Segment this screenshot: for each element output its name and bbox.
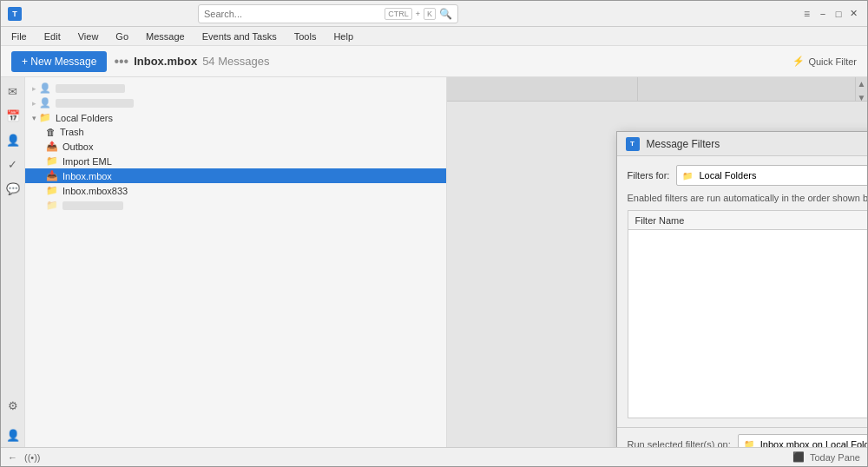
folder-account-2[interactable]: ▸ 👤 bbox=[25, 95, 446, 110]
dialog-body: Filters for: 📁 Local Folders ▾ 🔍 bbox=[617, 156, 868, 427]
run-target-label: Inbox.mbox on Local Folders bbox=[760, 439, 867, 448]
shortcut-plus: + bbox=[416, 10, 420, 18]
blurred-folder-icon: 📁 bbox=[46, 200, 58, 211]
menu-message[interactable]: Message bbox=[142, 30, 188, 43]
folder-trash[interactable]: 🗑 Trash bbox=[25, 125, 446, 139]
inbox-mbox833-label: Inbox.mbox833 bbox=[62, 186, 128, 196]
info-row: Enabled filters are run automatically in… bbox=[628, 193, 868, 203]
folder-dropdown-icon: 📁 bbox=[682, 171, 693, 181]
folder-account-1[interactable]: ▸ 👤 bbox=[25, 81, 446, 95]
inbox-mbox833-icon: 📁 bbox=[46, 185, 58, 196]
inbox-mbox-icon: 📥 bbox=[46, 170, 58, 181]
maximize-button[interactable]: □ bbox=[832, 8, 845, 20]
status-bar-right: ⬛ Today Pane bbox=[792, 451, 860, 463]
run-target-dropdown[interactable]: 📁 Inbox.mbox on Local Folders ▾ bbox=[738, 434, 867, 448]
account1-label bbox=[56, 84, 125, 93]
search-icon: 🔍 bbox=[439, 8, 452, 20]
filters-for-dropdown[interactable]: 📁 Local Folders ▾ bbox=[676, 165, 867, 186]
menu-help[interactable]: Help bbox=[330, 30, 357, 43]
today-pane-icon: ⬛ bbox=[792, 451, 805, 463]
search-input[interactable] bbox=[204, 9, 381, 19]
expand-arrow-account1: ▸ bbox=[32, 84, 36, 93]
folder-import-eml[interactable]: 📁 Import EML bbox=[25, 154, 446, 168]
sidebar-icon-chat[interactable]: 💬 bbox=[4, 180, 22, 197]
toolbar-dots[interactable]: ••• bbox=[114, 54, 128, 69]
title-bar: T CTRL + K 🔍 ≡ − □ ✕ bbox=[1, 1, 867, 27]
sidebar-icon-calendar[interactable]: 📅 bbox=[4, 107, 22, 124]
menu-events[interactable]: Events and Tasks bbox=[199, 30, 280, 43]
menu-go[interactable]: Go bbox=[112, 30, 132, 43]
shortcut-k: K bbox=[424, 8, 436, 20]
today-pane-label[interactable]: Today Pane bbox=[810, 452, 860, 463]
search-box[interactable]: CTRL + K 🔍 bbox=[198, 4, 458, 23]
folder-tree: ▸ 👤 ▸ 👤 ▾ 📁 Local Folders 🗑 Trash bbox=[25, 77, 447, 447]
dialog-title-bar: T Message Filters − □ ✕ bbox=[617, 132, 868, 156]
menu-file[interactable]: File bbox=[8, 30, 30, 43]
message-filters-dialog: T Message Filters − □ ✕ Filters for: 📁 bbox=[616, 131, 868, 447]
col-filter-name: Filter Name bbox=[628, 215, 868, 226]
sidebar-icon-tasks[interactable]: ✓ bbox=[4, 155, 22, 173]
local-folders-icon: 📁 bbox=[39, 112, 51, 123]
folder-outbox[interactable]: 📤 Outbox bbox=[25, 139, 446, 154]
hamburger-icon[interactable]: ≡ bbox=[804, 8, 810, 20]
filter-table-header: Filter Name Enabled bbox=[628, 211, 868, 230]
trash-label: Trash bbox=[60, 127, 84, 137]
app-logo: T bbox=[8, 7, 22, 21]
status-bar: ← ((•)) ⬛ Today Pane bbox=[1, 447, 867, 466]
blurred-folder-label bbox=[62, 201, 123, 210]
new-message-button[interactable]: + New Message bbox=[11, 51, 107, 72]
info-text: Enabled filters are run automatically in… bbox=[628, 193, 868, 203]
dialog-logo: T bbox=[626, 137, 640, 151]
import-eml-icon: 📁 bbox=[46, 155, 58, 167]
close-button[interactable]: ✕ bbox=[848, 8, 860, 20]
filter-table: Filter Name Enabled bbox=[628, 210, 868, 418]
menu-bar: File Edit View Go Message Events and Tas… bbox=[1, 27, 867, 46]
message-count: 54 Messages bbox=[202, 55, 269, 68]
folder-blurred[interactable]: 📁 bbox=[25, 198, 446, 213]
account2-icon: 👤 bbox=[39, 97, 51, 109]
trash-icon: 🗑 bbox=[46, 127, 56, 137]
filters-for-label: Filters for: bbox=[628, 170, 670, 181]
dialog-footer: Run selected filter(s) on: 📁 Inbox.mbox … bbox=[617, 427, 868, 447]
dialog-title: Message Filters bbox=[647, 138, 868, 150]
content-area: ▲ ▼ T Message Filters − □ ✕ bbox=[447, 77, 868, 447]
status-back-icon[interactable]: ← bbox=[8, 452, 17, 463]
account1-icon: 👤 bbox=[39, 82, 51, 94]
quick-filter-label: Quick Filter bbox=[808, 56, 857, 67]
filter-table-area: Filter Name Enabled New... ▾ Edit... bbox=[628, 210, 868, 418]
menu-edit[interactable]: Edit bbox=[41, 30, 64, 43]
filters-for-row: Filters for: 📁 Local Folders ▾ 🔍 bbox=[628, 165, 868, 186]
outbox-label: Outbox bbox=[62, 141, 93, 152]
folder-inbox-mbox[interactable]: 📥 Inbox.mbox bbox=[25, 168, 446, 183]
main-content: ✉ 📅 👤 ✓ 💬 ⚙ 👤 ▸ 👤 ▸ 👤 ▾ bbox=[1, 77, 867, 447]
shortcut-ctrl: CTRL bbox=[385, 8, 412, 20]
outbox-icon: 📤 bbox=[46, 141, 58, 152]
menu-view[interactable]: View bbox=[75, 30, 102, 43]
inbox-label: Inbox.mbox bbox=[134, 55, 197, 68]
inbox-mbox-label: Inbox.mbox bbox=[62, 171, 112, 181]
import-eml-label: Import EML bbox=[62, 156, 112, 167]
account2-label bbox=[56, 99, 134, 108]
sidebar-icon-settings[interactable]: ⚙ bbox=[4, 397, 22, 414]
toolbar: + New Message ••• Inbox.mbox 54 Messages… bbox=[1, 46, 867, 77]
sidebar-icon-contacts[interactable]: 👤 bbox=[4, 131, 22, 148]
run-target-icon: 📁 bbox=[744, 439, 754, 447]
sidebar-icon-strip: ✉ 📅 👤 ✓ 💬 ⚙ 👤 bbox=[1, 77, 25, 447]
app-window: T CTRL + K 🔍 ≡ − □ ✕ File Edit View Go M… bbox=[0, 0, 868, 467]
status-radio-icon[interactable]: ((•)) bbox=[24, 452, 41, 463]
expand-arrow-local: ▾ bbox=[32, 114, 36, 122]
quick-filter-button[interactable]: ⚡ Quick Filter bbox=[792, 56, 857, 67]
filter-table-body bbox=[628, 230, 868, 418]
toolbar-title: ••• Inbox.mbox 54 Messages bbox=[114, 54, 786, 69]
local-folders-label: Local Folders bbox=[56, 113, 113, 123]
folder-inbox-mbox833[interactable]: 📁 Inbox.mbox833 bbox=[25, 183, 446, 198]
minimize-button[interactable]: − bbox=[817, 8, 829, 20]
window-controls: ≡ − □ ✕ bbox=[804, 8, 860, 20]
menu-tools[interactable]: Tools bbox=[291, 30, 320, 43]
sidebar-icon-account[interactable]: 👤 bbox=[4, 426, 22, 444]
folder-local-folders[interactable]: ▾ 📁 Local Folders bbox=[25, 110, 446, 125]
filters-for-value: Local Folders bbox=[699, 170, 867, 181]
expand-arrow-account2: ▸ bbox=[32, 99, 36, 108]
run-filter-label: Run selected filter(s) on: bbox=[628, 439, 731, 448]
sidebar-icon-mail[interactable]: ✉ bbox=[4, 82, 22, 100]
